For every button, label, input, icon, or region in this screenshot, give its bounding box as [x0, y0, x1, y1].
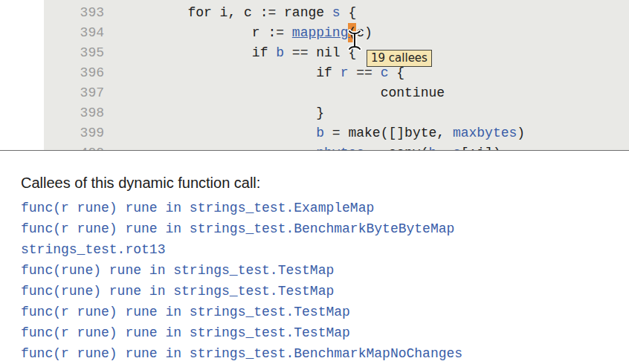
code-content: r := mapping(c) — [123, 23, 372, 42]
callee-list: func(r rune) rune in strings_test.Exampl… — [21, 198, 462, 364]
line-number: 400 — [44, 143, 104, 150]
code-line: 394 r := mapping(c) — [44, 23, 629, 43]
code-line: 396 if r == c { — [44, 63, 629, 83]
code-line: 399 b = make([]byte, maxbytes) — [44, 123, 629, 143]
callee-link[interactable]: func(rune) rune in strings_test.TestMap — [21, 281, 462, 302]
line-number: 397 — [44, 83, 104, 103]
identifier-link[interactable]: b — [316, 126, 324, 140]
identifier-link[interactable]: c — [381, 65, 389, 80]
code-text: if — [123, 45, 276, 60]
code-text: = make([]byte, — [324, 126, 453, 140]
identifier-link[interactable]: b — [276, 45, 284, 60]
code-text: r := — [123, 25, 292, 40]
callees-tooltip: 19 callees — [367, 50, 432, 67]
line-number: 395 — [44, 43, 104, 63]
line-number: 399 — [44, 123, 104, 143]
code-lines: 393 for i, c := range s { 394 r := mappi… — [44, 0, 629, 150]
code-text: if — [123, 65, 341, 80]
ibeam-cursor-icon — [347, 29, 362, 51]
line-number: 393 — [44, 3, 104, 23]
code-line: 393 for i, c := range s { — [44, 3, 629, 23]
identifier-link[interactable]: s — [332, 5, 341, 20]
identifier-link[interactable]: maxbytes — [453, 126, 517, 140]
callee-link[interactable]: func(r rune) rune in strings_test.Benchm… — [21, 218, 462, 239]
code-text: for i, c := range — [123, 5, 332, 20]
code-line: 400 nbytes = copy(b, s[:i]) — [44, 143, 629, 150]
callees-panel: Callees of this dynamic function call: f… — [0, 151, 629, 364]
code-text: continue — [123, 85, 445, 100]
code-content: if b == nil { — [123, 45, 356, 60]
code-text — [123, 126, 316, 140]
callee-link[interactable]: func(r rune) rune in strings_test.Exampl… — [21, 198, 462, 218]
code-text: == — [348, 65, 380, 80]
line-number: 398 — [44, 103, 104, 123]
code-line: 395 if b == nil { — [44, 43, 629, 63]
code-line: 398 } — [44, 103, 629, 123]
callee-link[interactable]: func(r rune) rune in strings_test.Benchm… — [21, 343, 462, 364]
code-text: == nil { — [284, 45, 356, 60]
code-text: ) — [517, 126, 525, 140]
callee-link[interactable]: func(r rune) rune in strings_test.TestMa… — [21, 322, 462, 343]
callee-link[interactable]: func(r rune) rune in strings_test.TestMa… — [21, 302, 462, 322]
source-code-pane[interactable]: 393 for i, c := range s { 394 r := mappi… — [44, 0, 629, 150]
line-number: 396 — [44, 63, 104, 83]
callees-panel-title: Callees of this dynamic function call: — [21, 174, 260, 192]
code-content: for i, c := range s { — [123, 5, 356, 20]
code-text: { — [389, 65, 405, 80]
code-content: continue — [123, 85, 445, 100]
code-line: 397 continue — [44, 83, 629, 103]
callee-link[interactable]: strings_test.rot13 — [21, 239, 462, 260]
code-content: if r == c { — [123, 65, 404, 80]
line-number: 394 — [44, 23, 104, 43]
code-text: } — [123, 105, 324, 120]
code-text: { — [341, 5, 357, 20]
code-content: b = make([]byte, maxbytes) — [123, 126, 525, 140]
callee-link[interactable]: func(rune) rune in strings_test.TestMap — [21, 260, 462, 281]
identifier-link[interactable]: r — [341, 65, 349, 80]
identifier-link[interactable]: mapping — [292, 25, 349, 40]
code-content: } — [123, 105, 324, 120]
